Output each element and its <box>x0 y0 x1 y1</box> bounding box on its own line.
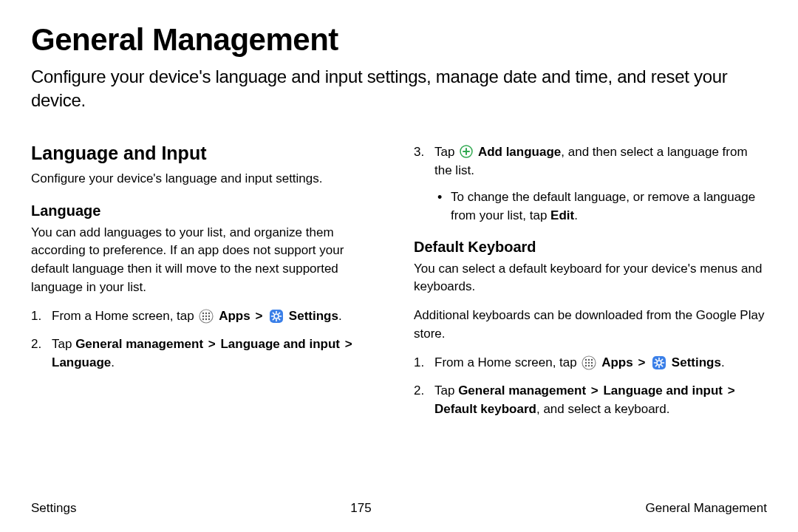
sub-bullets: To change the default language, or remov… <box>434 188 767 225</box>
svg-line-39 <box>656 359 657 360</box>
footer-right: General Management <box>646 501 767 516</box>
steps-language: From a Home screen, tap Apps > <box>31 307 384 372</box>
svg-line-42 <box>656 365 657 366</box>
svg-point-3 <box>208 312 210 313</box>
step-text: Tap <box>434 145 458 159</box>
step-period: . <box>338 309 342 323</box>
path-segment: Default keyboard <box>434 402 536 416</box>
chevron-icon: > <box>638 355 645 369</box>
apps-icon <box>582 355 596 370</box>
apps-label: Apps <box>219 309 250 323</box>
footer-left: Settings <box>31 501 76 516</box>
steps-language-continued: Tap Add language, and then select a lang… <box>414 143 767 225</box>
subsection-heading-default-keyboard: Default Keyboard <box>414 239 767 256</box>
settings-icon <box>269 309 284 324</box>
settings-label: Settings <box>289 309 338 323</box>
chevron-icon: > <box>591 383 598 398</box>
page-title: General Management <box>31 22 767 58</box>
svg-line-19 <box>273 318 274 319</box>
path-segment: General management <box>458 383 586 398</box>
subsection-heading-language: Language <box>31 202 384 219</box>
step-3: Tap Add language, and then select a lang… <box>414 143 767 225</box>
path-segment: Language and input <box>220 337 340 351</box>
subsection-desc-keyboard-1: You can select a default keyboard for yo… <box>414 260 767 296</box>
bullet-text: To change the default language, or remov… <box>451 190 755 223</box>
step-text: From a Home screen, tap <box>434 355 580 369</box>
svg-point-2 <box>205 312 207 313</box>
left-column: Language and Input Configure your device… <box>31 143 384 428</box>
step-1: From a Home screen, tap Apps > <box>414 353 767 372</box>
chevron-icon: > <box>345 337 352 351</box>
svg-point-7 <box>202 318 204 319</box>
svg-point-28 <box>588 362 590 364</box>
edit-label: Edit <box>550 208 574 222</box>
subsection-desc-language: You can add languages to your list, and … <box>31 224 384 297</box>
subsection-desc-keyboard-2: Additional keyboards can be downloaded f… <box>414 307 767 343</box>
svg-point-9 <box>208 318 210 319</box>
path-segment: Language and input <box>603 383 723 398</box>
svg-point-29 <box>591 362 593 364</box>
svg-point-4 <box>202 315 204 316</box>
step-period: . <box>111 355 115 369</box>
path-segment: Language <box>52 355 111 369</box>
svg-line-17 <box>279 318 279 319</box>
steps-default-keyboard: From a Home screen, tap Apps > <box>414 353 767 419</box>
svg-point-6 <box>208 315 210 316</box>
svg-point-24 <box>585 359 587 361</box>
chevron-icon: > <box>255 309 262 323</box>
footer-page-number: 175 <box>350 501 371 516</box>
step-1: From a Home screen, tap Apps > <box>31 307 384 326</box>
apps-label: Apps <box>601 355 633 369</box>
svg-point-32 <box>591 365 593 366</box>
svg-line-40 <box>661 365 662 366</box>
svg-point-30 <box>585 365 587 366</box>
step-text: , and select a keyboard. <box>536 402 670 416</box>
svg-point-8 <box>205 318 207 319</box>
bullet-item: To change the default language, or remov… <box>434 188 767 225</box>
section-desc-language-input: Configure your device's language and inp… <box>31 170 384 188</box>
svg-point-25 <box>588 359 590 361</box>
step-2: Tap General management > Language and in… <box>414 381 767 419</box>
path-segment: General management <box>75 337 203 351</box>
svg-line-18 <box>279 313 279 313</box>
step-period: . <box>721 355 725 369</box>
section-heading-language-input: Language and Input <box>31 143 384 164</box>
svg-line-41 <box>661 359 662 360</box>
step-text: From a Home screen, tap <box>52 309 197 323</box>
step-text: Tap <box>52 337 75 351</box>
chevron-icon: > <box>208 337 216 351</box>
plus-icon <box>460 145 473 158</box>
right-column: Tap Add language, and then select a lang… <box>414 143 767 428</box>
settings-label: Settings <box>672 355 721 369</box>
bullet-period: . <box>574 208 578 222</box>
add-language-label: Add language <box>478 145 561 159</box>
svg-point-1 <box>202 312 204 313</box>
svg-point-5 <box>205 315 207 316</box>
content-columns: Language and Input Configure your device… <box>31 143 767 428</box>
settings-icon <box>652 355 666 370</box>
chevron-icon: > <box>728 383 735 398</box>
apps-icon <box>199 309 214 324</box>
step-text: Tap <box>434 383 458 398</box>
page-footer: Settings 175 General Management <box>31 501 767 516</box>
svg-point-27 <box>585 362 587 364</box>
svg-point-31 <box>588 365 590 366</box>
svg-line-16 <box>273 313 274 313</box>
page-intro: Configure your device's language and inp… <box>31 65 767 113</box>
svg-point-26 <box>591 359 593 361</box>
step-2: Tap General management > Language and in… <box>31 335 384 372</box>
